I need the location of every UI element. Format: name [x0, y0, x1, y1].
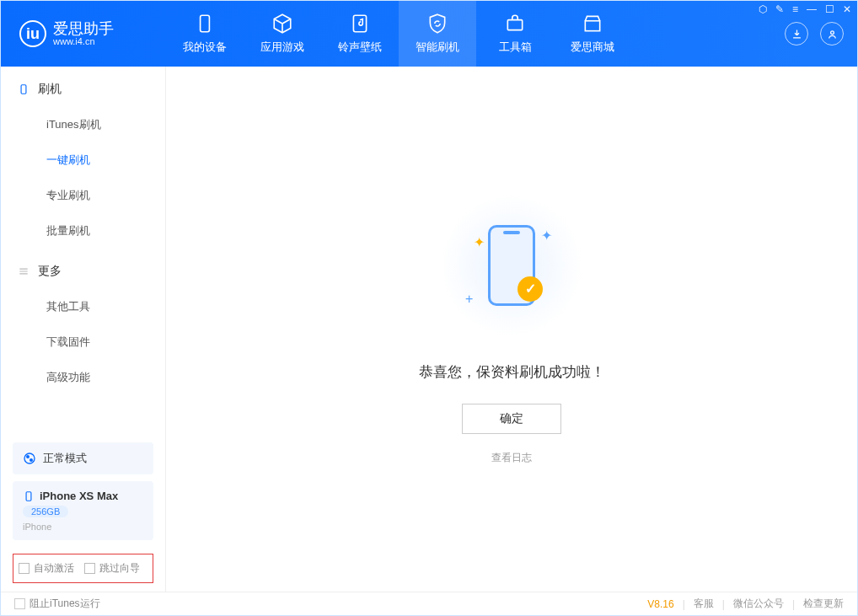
menu-icon[interactable]: ≡ [792, 3, 798, 15]
app-title: 爱思助手 [53, 21, 114, 36]
capacity-badge: 256GB [23, 506, 68, 517]
app-subtitle: www.i4.cn [53, 36, 114, 46]
svg-rect-0 [201, 15, 210, 32]
sidebar-section-more: 更多 [1, 249, 165, 289]
success-illustration: ✓ ✦ ✦ + [440, 194, 583, 337]
svg-point-7 [27, 456, 29, 458]
wechat-link[interactable]: 微信公众号 [733, 597, 784, 611]
header-actions [785, 22, 857, 46]
skin-icon[interactable]: ⬡ [759, 3, 767, 15]
device-card[interactable]: iPhone XS Max 256GB iPhone [13, 481, 153, 540]
svg-point-8 [30, 459, 33, 462]
sidebar-item-pro-flash[interactable]: 专业刷机 [1, 178, 165, 213]
app-logo: iu 爱思助手 www.i4.cn [1, 20, 166, 47]
tab-my-device[interactable]: 我的设备 [166, 1, 244, 67]
sparkle-icon: ✦ [474, 234, 482, 243]
toolbox-icon [504, 13, 526, 35]
sidebar-item-oneclick-flash[interactable]: 一键刷机 [1, 142, 165, 178]
tab-ringtones[interactable]: 铃声壁纸 [321, 1, 399, 67]
sidebar-item-itunes-flash[interactable]: iTunes刷机 [1, 107, 165, 142]
sparkle-icon: + [465, 292, 474, 300]
mode-icon [23, 452, 36, 465]
sidebar-section-flash: 刷机 [1, 67, 165, 107]
download-button[interactable] [785, 22, 808, 46]
phone-small-icon [23, 490, 35, 502]
checkbox-icon [19, 563, 29, 574]
svg-point-6 [24, 453, 35, 463]
sparkle-icon: ✦ [541, 228, 550, 236]
device-type-label: iPhone [23, 522, 143, 532]
store-icon [582, 13, 603, 35]
window-controls: ⬡ ✎ ≡ — ☐ ✕ [759, 3, 851, 15]
close-button[interactable]: ✕ [843, 3, 851, 15]
feedback-icon[interactable]: ✎ [775, 3, 784, 15]
checkbox-icon [84, 563, 95, 574]
checkbox-skip-guide[interactable]: 跳过向导 [84, 561, 140, 576]
sidebar-item-batch-flash[interactable]: 批量刷机 [1, 213, 165, 249]
minimize-button[interactable]: — [807, 3, 817, 15]
shield-refresh-icon [426, 13, 448, 35]
app-header: iu 爱思助手 www.i4.cn 我的设备 应用游戏 铃声壁纸 智能刷机 工具… [1, 1, 857, 67]
sidebar: 刷机 iTunes刷机 一键刷机 专业刷机 批量刷机 更多 其他工具 下载固件 … [1, 67, 166, 592]
tab-store[interactable]: 爱思商城 [554, 1, 631, 67]
confirm-button[interactable]: 确定 [462, 404, 561, 434]
logo-icon: iu [19, 20, 46, 47]
device-name-label: iPhone XS Max [40, 490, 118, 502]
phone-icon [194, 13, 216, 35]
view-log-link[interactable]: 查看日志 [491, 451, 532, 465]
device-icon [18, 83, 29, 95]
maximize-button[interactable]: ☐ [825, 3, 834, 15]
svg-rect-9 [26, 491, 31, 501]
svg-rect-5 [21, 85, 26, 94]
tab-toolbox[interactable]: 工具箱 [476, 1, 554, 67]
nav-tabs: 我的设备 应用游戏 铃声壁纸 智能刷机 工具箱 爱思商城 [166, 1, 631, 67]
version-label: V8.16 [647, 598, 673, 610]
tab-smart-flash[interactable]: 智能刷机 [399, 1, 476, 67]
cube-icon [271, 13, 293, 35]
checkmark-badge-icon: ✓ [517, 276, 543, 302]
checkbox-auto-activate[interactable]: 自动激活 [19, 561, 74, 576]
user-icon [826, 28, 839, 40]
svg-rect-2 [507, 20, 522, 30]
tab-apps[interactable]: 应用游戏 [244, 1, 321, 67]
flash-options-highlight: 自动激活 跳过向导 [13, 554, 153, 583]
list-icon [18, 265, 29, 277]
support-link[interactable]: 客服 [694, 597, 714, 611]
main-content: ✓ ✦ ✦ + 恭喜您，保资料刷机成功啦！ 确定 查看日志 [166, 67, 857, 592]
download-icon [791, 28, 803, 40]
check-update-link[interactable]: 检查更新 [803, 597, 844, 611]
status-bar: 阻止iTunes运行 V8.16 | 客服 | 微信公众号 | 检查更新 [1, 592, 857, 615]
svg-rect-1 [353, 15, 366, 32]
svg-point-4 [830, 30, 834, 34]
profile-button[interactable] [820, 22, 844, 46]
sidebar-item-download-firmware[interactable]: 下载固件 [1, 324, 165, 360]
checkbox-icon [14, 598, 25, 609]
mode-indicator[interactable]: 正常模式 [13, 442, 153, 474]
success-message: 恭喜您，保资料刷机成功啦！ [419, 362, 605, 382]
sidebar-item-advanced[interactable]: 高级功能 [1, 360, 165, 395]
checkbox-block-itunes[interactable]: 阻止iTunes运行 [14, 597, 100, 611]
sidebar-item-other-tools[interactable]: 其他工具 [1, 289, 165, 324]
svg-rect-3 [585, 21, 599, 31]
music-icon [349, 13, 371, 35]
